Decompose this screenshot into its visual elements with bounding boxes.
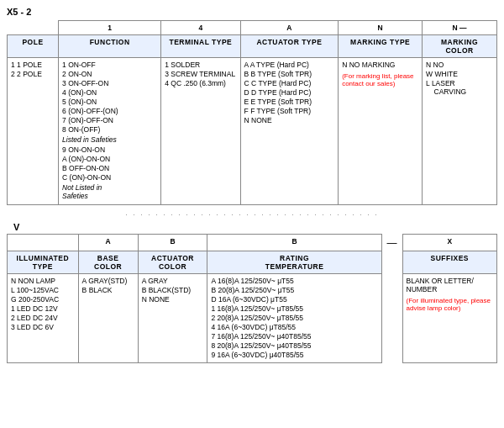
ill-1: 1 LED DC 12V <box>11 304 75 313</box>
header-pole: POLE <box>8 35 59 58</box>
suffixes-red-note: (For illuminated type, please advise lam… <box>407 297 494 312</box>
rat-A: A 16(8)A 125/250V~ μT55 <box>211 277 377 285</box>
main-table: 1 4 A N N — POLE FUNCTION TERMINAL TYPE … <box>7 20 497 205</box>
rat-B: B 20(8)A 125/250V~ μT55 <box>211 286 377 294</box>
col-letter-1: 1 <box>59 21 161 35</box>
rat-D: D 16A (6~30VDC) μT55 <box>211 295 377 304</box>
mark-N: N NO MARKING <box>342 61 418 69</box>
v-arrow-label: V <box>13 222 497 232</box>
dotted-separator: · · · · · · · · · · · · · · · · · · · · … <box>7 209 497 220</box>
illuminated-cell: N NON LAMP L 100~125VAC G 200-250VAC 1 L… <box>8 274 79 363</box>
rat-4: 4 16A (6~30VDC) μT85/55 <box>211 323 377 331</box>
suf-blank: BLANK OR LETTER/NUMBER <box>407 277 494 293</box>
marking-red-note: (For marking list, please contact our sa… <box>342 72 418 87</box>
act-D: D D TYPE (Hard PC) <box>244 88 335 97</box>
bottom-table: A B B — X ILLUMINATEDTYPE BASECOLOR ACTU… <box>7 234 497 363</box>
term-4: 4 QC .250 (6.3mm) <box>165 79 236 87</box>
bot-header-dash <box>381 251 402 274</box>
bot-header-suffixes: SUFFIXES <box>402 251 497 274</box>
bot-letter-A: A <box>78 235 138 251</box>
term-1: 1 SOLDER <box>165 61 236 69</box>
ac-B: B BLACK(STD) <box>142 286 204 294</box>
letter-row: 1 4 A N N — <box>8 21 497 35</box>
act-A: A A TYPE (Hard PC) <box>244 61 335 69</box>
base-color-cell: A GRAY(STD) B BLACK <box>78 274 138 363</box>
top-label-row: X5 - 2 <box>7 7 497 17</box>
col-letter-N1: N <box>339 21 423 35</box>
actuator-color-cell: A GRAY B BLACK(STD) N NONE <box>138 274 207 363</box>
act-N: N NONE <box>244 116 335 124</box>
bot-dash: — <box>381 235 402 251</box>
mc-W: W WHITE <box>426 70 493 78</box>
fn-A: A (ON)-ON-ON <box>62 155 157 163</box>
bot-header-rating: RATINGTEMPERATURE <box>207 251 381 274</box>
fn-4: 4 (ON)-ON <box>62 88 157 97</box>
mc-L: L LASER CARVING <box>426 79 493 96</box>
fn-B: B OFF-ON-ON <box>62 164 157 172</box>
header-marking-color: MARKING COLOR <box>423 35 497 58</box>
rat-7: 7 16(8)A 125/250V~ μ40T85/55 <box>211 332 377 341</box>
header-row: POLE FUNCTION TERMINAL TYPE ACTUATOR TYP… <box>8 35 497 58</box>
ill-3: 3 LED DC 6V <box>11 323 75 331</box>
fn-9: 9 ON-ON-ON <box>62 145 157 154</box>
fn-2: 2 ON-ON <box>62 70 157 78</box>
bot-letter-X: X <box>402 235 497 251</box>
bc-A: A GRAY(STD) <box>82 277 134 285</box>
bot-header-illuminated: ILLUMINATEDTYPE <box>8 251 79 274</box>
bot-header-actuator-color: ACTUATORCOLOR <box>138 251 207 274</box>
marking-color-cell: N NO W WHITE L LASER CARVING <box>423 58 497 205</box>
pole-cell: 1 1 POLE 2 2 POLE <box>8 58 59 205</box>
act-C: C C TYPE (Hard PC) <box>244 79 335 87</box>
bot-letter-B1: B <box>138 235 207 251</box>
fn-8: 8 ON-(OFF) <box>62 125 157 134</box>
act-B: B B TYPE (Soft TPR) <box>244 70 335 78</box>
bc-B: B BLACK <box>82 286 134 294</box>
ill-N: N NON LAMP <box>11 277 75 285</box>
ill-2: 2 LED DC 24V <box>11 314 75 322</box>
pole-option-2: 2 2 POLE <box>11 70 55 78</box>
ac-A: A GRAY <box>142 277 204 285</box>
bot-letter-B2: B <box>207 235 381 251</box>
fn-safeties-note: Listed in Safeties <box>62 135 157 144</box>
col-letter-4: 4 <box>161 21 240 35</box>
bot-letter-V <box>8 235 79 251</box>
terminal-cell: 1 SOLDER 3 SCREW TERMINAL 4 QC .250 (6.3… <box>161 58 240 205</box>
ill-G: G 200-250VAC <box>11 295 75 304</box>
marking-type-cell: N NO MARKING (For marking list, please c… <box>339 58 423 205</box>
bottom-header-row: ILLUMINATEDTYPE BASECOLOR ACTUATORCOLOR … <box>8 251 497 274</box>
rat-1: 1 16(8)A 125/250V~ μT85/55 <box>211 304 377 313</box>
rating-cell: A 16(8)A 125/250V~ μT55 B 20(8)A 125/250… <box>207 274 381 363</box>
actuator-type-cell: A A TYPE (Hard PC) B B TYPE (Soft TPR) C… <box>240 58 339 205</box>
rat-2: 2 20(8)A 125/250V~ μT85/55 <box>211 314 377 322</box>
term-3: 3 SCREW TERMINAL <box>165 70 236 78</box>
col-letter-pole <box>8 21 59 35</box>
rat-8: 8 20(8)A 125/250V~ μ40T85/55 <box>211 341 377 350</box>
col-letter-A1: A <box>240 21 339 35</box>
pole-option-1: 1 1 POLE <box>11 61 55 69</box>
fn-6: 6 (ON)-OFF-(ON) <box>62 107 157 115</box>
act-F: F F TYPE (Soft TPR) <box>244 107 335 115</box>
act-E: E E TYPE (Soft TPR) <box>244 98 335 106</box>
fn-5: 5 (ON)-ON <box>62 98 157 106</box>
header-actuator-type: ACTUATOR TYPE <box>240 35 339 58</box>
fn-1: 1 ON-OFF <box>62 61 157 69</box>
bottom-letter-row: A B B — X <box>8 235 497 251</box>
bot-content-dash <box>381 274 402 363</box>
content-row: 1 1 POLE 2 2 POLE 1 ON-OFF 2 ON-ON 3 ON-… <box>8 58 497 205</box>
bottom-content-row: N NON LAMP L 100~125VAC G 200-250VAC 1 L… <box>8 274 497 363</box>
col-letter-N2: N — <box>423 21 497 35</box>
bot-header-base: BASECOLOR <box>78 251 138 274</box>
mc-N: N NO <box>426 61 493 69</box>
function-cell: 1 ON-OFF 2 ON-ON 3 ON-OFF-ON 4 (ON)-ON 5… <box>59 58 161 205</box>
x5-label: X5 - 2 <box>7 7 31 17</box>
header-marking-type: MARKING TYPE <box>339 35 423 58</box>
ill-L: L 100~125VAC <box>11 286 75 294</box>
fn-7: 7 (ON)-OFF-ON <box>62 116 157 124</box>
fn-3: 3 ON-OFF-ON <box>62 79 157 87</box>
fn-not-listed-note: Not Listed inSafeties <box>62 183 157 200</box>
suffixes-cell: BLANK OR LETTER/NUMBER (For illuminated … <box>402 274 497 363</box>
rat-9: 9 16A (6~30VDC) μ40T85/55 <box>211 351 377 359</box>
fn-C: C (ON)-ON-ON <box>62 173 157 182</box>
header-function: FUNCTION <box>59 35 161 58</box>
ac-N: N NONE <box>142 295 204 304</box>
